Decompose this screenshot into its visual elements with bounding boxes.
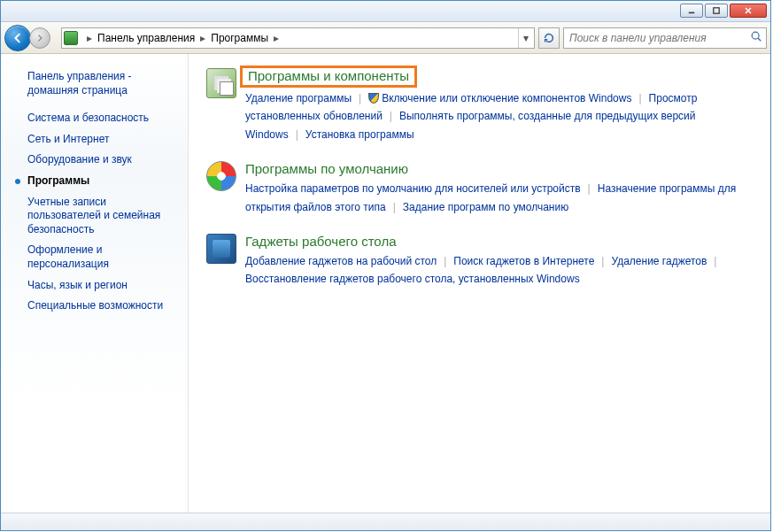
back-button[interactable] — [4, 25, 31, 51]
task-link[interactable]: Восстановление гаджетов рабочего стола, … — [245, 273, 580, 285]
address-dropdown-icon[interactable]: ▾ — [518, 28, 532, 48]
sidebar-item[interactable]: Система и безопасность — [10, 108, 182, 129]
category-links: Удаление программы|Включение или отключе… — [245, 89, 753, 143]
category-icon[interactable] — [206, 234, 236, 264]
search-icon — [750, 30, 762, 45]
sidebar-item[interactable]: Часы, язык и регион — [10, 275, 182, 297]
control-panel-window: ▸ Панель управления ▸ Программы ▸ ▾ Пане… — [0, 0, 771, 531]
forward-button[interactable] — [29, 27, 50, 49]
task-link[interactable]: Добавление гаджетов на рабочий стол — [245, 255, 437, 267]
breadcrumb-sep-icon: ▸ — [274, 32, 279, 44]
svg-rect-0 — [689, 12, 694, 14]
category-section: Гаджеты рабочего столаДобавление гаджето… — [206, 234, 753, 289]
sidebar-item[interactable]: Сеть и Интернет — [10, 129, 182, 150]
category-section: Программы по умолчаниюНастройка параметр… — [206, 161, 753, 216]
search-box[interactable] — [563, 27, 767, 49]
link-separator: | — [588, 182, 591, 195]
task-link[interactable]: Настройка параметров по умолчанию для но… — [245, 182, 581, 195]
task-link[interactable]: Задание программ по умолчанию — [403, 201, 568, 213]
sidebar-item[interactable]: Программы — [10, 171, 182, 192]
link-separator: | — [601, 255, 604, 267]
sidebar-item[interactable]: Оборудование и звук — [10, 150, 182, 171]
titlebar — [1, 1, 770, 22]
control-panel-icon — [64, 31, 78, 45]
content-area: Программы и компонентыУдаление программы… — [189, 54, 770, 513]
sidebar-home-link[interactable]: Панель управления - домашняя страница — [10, 70, 182, 97]
svg-rect-1 — [714, 8, 719, 13]
sidebar-item[interactable]: Учетные записи пользователей и семейная … — [10, 192, 182, 241]
category-section: Программы и компонентыУдаление программы… — [206, 68, 753, 143]
navbar: ▸ Панель управления ▸ Программы ▸ ▾ — [1, 22, 770, 54]
category-links: Настройка параметров по умолчанию для но… — [245, 180, 753, 216]
uac-shield-icon — [368, 93, 379, 104]
breadcrumb-item[interactable]: Программы — [211, 32, 268, 44]
minimize-button[interactable] — [680, 4, 703, 18]
link-separator: | — [444, 255, 446, 267]
task-link[interactable]: Включение или отключение компонентов Win… — [382, 92, 631, 104]
task-link[interactable]: Удаление программы — [245, 92, 352, 104]
category-icon[interactable] — [206, 161, 236, 191]
search-input[interactable] — [568, 31, 750, 45]
category-title[interactable]: Программы по умолчанию — [245, 161, 408, 176]
nav-buttons — [4, 25, 58, 51]
task-link[interactable]: Установка программы — [305, 128, 414, 141]
category-title[interactable]: Гаджеты рабочего стола — [245, 234, 396, 249]
link-separator: | — [296, 128, 298, 141]
body: Панель управления - домашняя страница Си… — [1, 54, 770, 513]
task-link[interactable]: Удаление гаджетов — [611, 255, 707, 267]
svg-line-3 — [758, 38, 761, 41]
link-separator: | — [714, 255, 716, 267]
link-separator: | — [359, 92, 361, 104]
maximize-button[interactable] — [705, 4, 728, 18]
breadcrumb-item[interactable]: Панель управления — [97, 32, 195, 44]
breadcrumb-sep-icon: ▸ — [87, 32, 92, 44]
address-bar[interactable]: ▸ Панель управления ▸ Программы ▸ ▾ — [61, 27, 535, 49]
close-button[interactable] — [730, 4, 767, 18]
sidebar-item[interactable]: Оформление и персонализация — [10, 240, 182, 274]
category-icon[interactable] — [206, 68, 236, 98]
link-separator: | — [638, 92, 641, 104]
status-bar — [1, 513, 770, 530]
category-links: Добавление гаджетов на рабочий стол|Поис… — [245, 252, 753, 289]
refresh-button[interactable] — [538, 27, 560, 49]
sidebar-item[interactable]: Специальные возможности — [10, 296, 182, 317]
breadcrumb-sep-icon: ▸ — [200, 32, 205, 44]
sidebar: Панель управления - домашняя страница Си… — [1, 54, 189, 513]
category-title[interactable]: Программы и компоненты — [240, 66, 417, 88]
task-link[interactable]: Поиск гаджетов в Интернете — [453, 255, 594, 267]
link-separator: | — [393, 201, 396, 213]
link-separator: | — [390, 110, 392, 122]
svg-point-2 — [752, 32, 759, 39]
